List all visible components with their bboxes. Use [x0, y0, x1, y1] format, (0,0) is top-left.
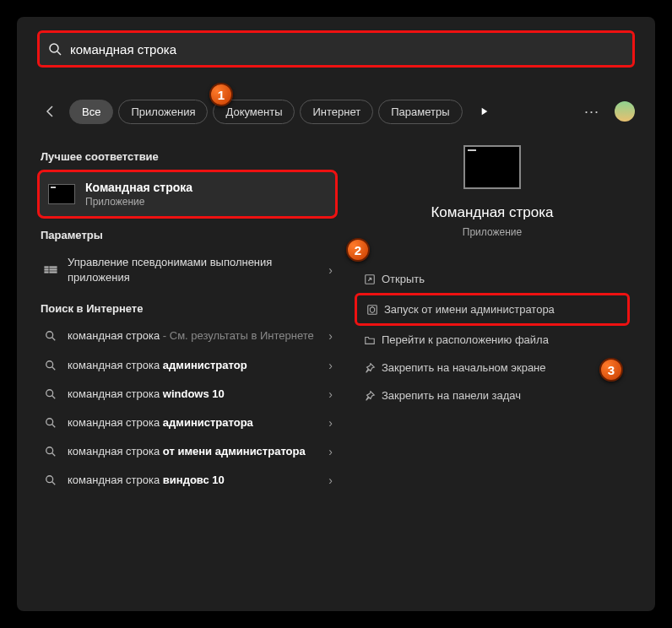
search-bar[interactable]: командная строка: [37, 30, 635, 68]
chevron-right-icon: ›: [328, 445, 333, 458]
search-input[interactable]: командная строка: [41, 42, 631, 57]
preview-pane: Командная строка Приложение Открыть Запу…: [338, 133, 655, 495]
chevron-right-icon: ›: [328, 263, 333, 277]
svg-point-0: [50, 44, 58, 52]
tab-more-arrow[interactable]: [471, 98, 498, 125]
pin-icon: [358, 362, 382, 374]
annotation-badge-3: 3: [599, 358, 623, 382]
svg-point-14: [46, 419, 53, 425]
chevron-right-icon: ›: [328, 387, 333, 401]
svg-point-16: [46, 447, 53, 454]
results-column: Лучшее соответствие Командная строка При…: [17, 133, 338, 495]
chevron-right-icon: ›: [328, 359, 333, 372]
open-icon: [358, 273, 382, 285]
pin-icon: [358, 390, 382, 402]
search-icon: [39, 388, 62, 400]
section-web: Поиск в Интернете: [37, 292, 338, 322]
search-panel: 1 2 3 командная строка Все Приложения До…: [17, 17, 655, 611]
search-icon: [39, 330, 62, 342]
folder-icon: [358, 334, 382, 346]
web-result-4[interactable]: командная строка администратора ›: [37, 409, 338, 437]
action-list: Открыть Запуск от имени администратора П…: [355, 265, 630, 409]
search-query-text: командная строка: [70, 42, 176, 57]
svg-line-1: [57, 51, 61, 55]
cmd-icon: [48, 184, 75, 204]
svg-point-10: [46, 360, 53, 367]
chevron-right-icon: ›: [328, 416, 333, 430]
settings-result-aliases[interactable]: Управление псевдонимами выполнения прило…: [37, 248, 338, 292]
preview-app-icon: [463, 145, 521, 189]
more-options-button[interactable]: ···: [584, 103, 599, 121]
web-result-6[interactable]: командная строка виндовс 10 ›: [37, 466, 338, 495]
svg-line-9: [52, 338, 56, 341]
svg-line-17: [52, 453, 56, 457]
search-icon: [39, 417, 62, 429]
svg-rect-2: [45, 267, 48, 268]
tab-internet[interactable]: Интернет: [300, 100, 373, 124]
best-match-type: Приложение: [85, 196, 192, 208]
annotation-badge-1: 1: [209, 83, 233, 106]
filter-tabs: Все Приложения Документы Интернет Параме…: [37, 98, 635, 125]
preview-type: Приложение: [463, 226, 522, 238]
action-pin-start[interactable]: Закрепить на начальном экране: [355, 354, 630, 382]
back-button[interactable]: [37, 98, 64, 125]
best-match-result[interactable]: Командная строка Приложение: [37, 170, 338, 219]
chevron-right-icon: ›: [328, 474, 333, 487]
section-settings: Параметры: [37, 219, 338, 248]
svg-point-12: [46, 390, 53, 397]
search-icon: [39, 446, 62, 457]
svg-rect-5: [50, 267, 57, 268]
svg-rect-4: [45, 272, 48, 273]
action-open[interactable]: Открыть: [355, 265, 630, 293]
svg-line-19: [52, 482, 56, 485]
web-result-1[interactable]: командная строка - См. результаты в Инте…: [37, 322, 338, 350]
search-icon: [48, 42, 62, 56]
svg-rect-7: [50, 272, 57, 273]
search-icon: [39, 474, 62, 486]
web-result-2[interactable]: командная строка администратор ›: [37, 351, 338, 380]
section-best-match: Лучшее соответствие: [37, 140, 338, 170]
annotation-badge-2: 2: [346, 238, 370, 262]
tab-apps[interactable]: Приложения: [118, 100, 208, 124]
svg-line-13: [52, 396, 56, 399]
web-result-5[interactable]: командная строка от имени администратора…: [37, 437, 338, 466]
shield-icon: [360, 304, 384, 316]
svg-point-18: [46, 476, 53, 483]
svg-point-8: [46, 332, 53, 338]
action-open-file-location[interactable]: Перейти к расположению файла: [355, 326, 630, 354]
web-result-3[interactable]: командная строка windows 10 ›: [37, 380, 338, 409]
action-pin-taskbar[interactable]: Закрепить на панели задач: [355, 382, 630, 409]
user-avatar[interactable]: [615, 101, 635, 122]
settings-result-label: Управление псевдонимами выполнения прило…: [62, 255, 328, 285]
chevron-right-icon: ›: [328, 329, 333, 343]
svg-line-15: [52, 425, 56, 428]
svg-rect-6: [50, 269, 57, 270]
svg-rect-3: [45, 269, 48, 270]
preview-title: Командная строка: [431, 204, 553, 221]
tab-all[interactable]: Все: [69, 100, 113, 124]
action-run-as-admin[interactable]: Запуск от имени администратора: [355, 293, 630, 326]
svg-line-11: [52, 366, 56, 370]
tab-settings[interactable]: Параметры: [378, 100, 462, 124]
settings-icon: [39, 263, 62, 277]
best-match-title: Командная строка: [85, 181, 192, 194]
search-icon: [39, 360, 62, 371]
